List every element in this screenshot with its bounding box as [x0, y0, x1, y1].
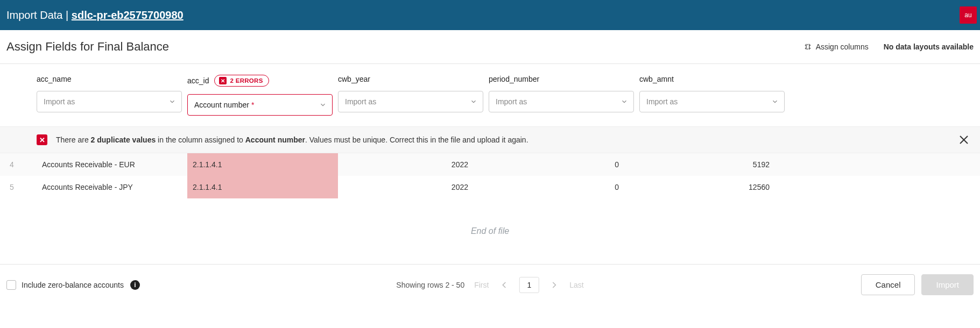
page-title-prefix: Import Data: [6, 9, 62, 21]
pager-prev[interactable]: [498, 280, 509, 290]
chevron-down-icon: [470, 98, 477, 105]
cell-cwb-year: 2022: [338, 160, 489, 169]
cell-period-number: 0: [489, 160, 639, 169]
pager-next[interactable]: [549, 280, 560, 290]
subheader-right: Assign columns No data layouts available: [804, 42, 974, 51]
table-row: 4 Accounts Receivable - EUR 2.1.1.4.1 20…: [0, 153, 980, 176]
column-acc-name: acc_name Import as: [37, 75, 182, 116]
columns-header-zone: acc_name Import as acc_id ✕ 2 ERRORS Acc…: [0, 64, 980, 126]
column-acc-id: acc_id ✕ 2 ERRORS Account number*: [187, 75, 333, 116]
column-label: cwb_year: [338, 75, 370, 83]
assign-columns-button[interactable]: Assign columns: [804, 42, 869, 51]
cell-acc-name: Accounts Receivable - EUR: [37, 160, 187, 169]
chevron-down-icon: [168, 98, 176, 105]
cancel-button[interactable]: Cancel: [861, 274, 915, 295]
chevron-left-icon: [498, 280, 509, 290]
page-number[interactable]: 1: [519, 277, 539, 293]
column-label: acc_name: [37, 75, 72, 83]
select-placeholder: Import as: [496, 97, 527, 106]
select-placeholder: Import as: [345, 97, 376, 106]
breadcrumb-link[interactable]: sdlc-pr-eb2575700980: [72, 9, 184, 21]
footer-left: Include zero-balance accounts i: [6, 280, 140, 290]
avatar[interactable]: au: [960, 6, 977, 24]
error-pill[interactable]: ✕ 2 ERRORS: [214, 75, 269, 87]
error-pill-text: 2 ERRORS: [230, 77, 263, 84]
select-period-number[interactable]: Import as: [489, 91, 634, 112]
pager-first[interactable]: First: [474, 281, 489, 289]
footer-right: Cancel Import: [861, 274, 974, 295]
row-number: 4: [0, 160, 37, 169]
column-cwb-year: cwb_year Import as: [338, 75, 483, 116]
import-button[interactable]: Import: [921, 274, 974, 295]
select-placeholder: Import as: [44, 97, 75, 106]
column-label: cwb_amnt: [639, 75, 674, 83]
select-cwb-year[interactable]: Import as: [338, 91, 483, 112]
info-icon[interactable]: i: [130, 280, 140, 290]
end-of-file-text: End of file: [0, 198, 980, 264]
column-label: period_number: [489, 75, 539, 83]
required-star: *: [251, 101, 254, 109]
top-bar: Import Data | sdlc-pr-eb2575700980 au: [0, 0, 980, 30]
column-period-number: period_number Import as: [489, 75, 634, 116]
chevron-down-icon: [319, 101, 327, 109]
select-value: Account number*: [194, 101, 254, 109]
include-zero-balance-checkbox[interactable]: [6, 280, 16, 290]
error-icon: ✕: [37, 134, 47, 145]
pager-last[interactable]: Last: [569, 281, 583, 289]
cell-cwb-amnt: 12560: [639, 183, 790, 191]
no-layouts-text: No data layouts available: [884, 42, 974, 51]
chevron-down-icon: [621, 98, 628, 105]
cell-acc-id: 2.1.1.4.1: [187, 153, 338, 176]
row-number: 5: [0, 183, 37, 191]
error-icon: ✕: [219, 77, 227, 84]
cell-period-number: 0: [489, 183, 639, 191]
subheader: Assign Fields for Final Balance Assign c…: [0, 30, 980, 64]
pager: Showing rows 2 - 50 First 1 Last: [396, 277, 583, 293]
column-label: acc_id: [187, 76, 209, 85]
chevron-down-icon: [771, 98, 779, 105]
data-rows: 4 Accounts Receivable - EUR 2.1.1.4.1 20…: [0, 153, 980, 198]
close-icon[interactable]: [957, 133, 970, 146]
error-alert: ✕ There are 2 duplicate values in the co…: [0, 126, 980, 153]
cell-acc-id: 2.1.1.4.1: [187, 176, 338, 198]
cell-acc-name: Accounts Receivable - JPY: [37, 183, 187, 191]
footer: Include zero-balance accounts i Showing …: [0, 264, 980, 305]
select-cwb-amnt[interactable]: Import as: [639, 91, 785, 112]
column-cwb-amnt: cwb_amnt Import as: [639, 75, 785, 116]
cell-cwb-year: 2022: [338, 183, 489, 191]
table-row: 5 Accounts Receivable - JPY 2.1.1.4.1 20…: [0, 176, 980, 198]
section-title: Assign Fields for Final Balance: [6, 40, 169, 54]
checkbox-label: Include zero-balance accounts: [22, 281, 124, 289]
columns-icon: [804, 43, 812, 51]
chevron-right-icon: [549, 280, 560, 290]
select-acc-id[interactable]: Account number*: [187, 94, 333, 116]
showing-text: Showing rows 2 - 50: [396, 281, 464, 289]
error-message: There are 2 duplicate values in the colu…: [56, 136, 528, 144]
select-acc-name[interactable]: Import as: [37, 91, 182, 112]
cell-cwb-amnt: 5192: [639, 160, 790, 169]
assign-columns-label: Assign columns: [816, 42, 869, 51]
page-title-wrap: Import Data | sdlc-pr-eb2575700980: [6, 9, 184, 22]
select-placeholder: Import as: [646, 97, 678, 106]
